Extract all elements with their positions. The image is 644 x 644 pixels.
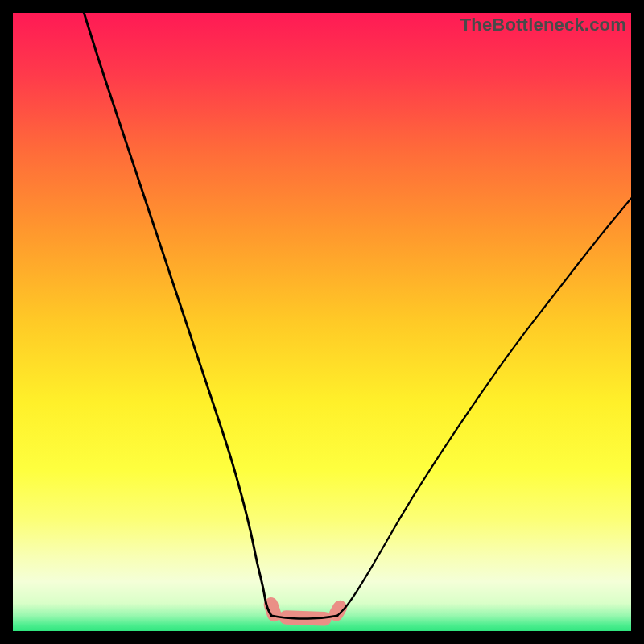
plot-area: TheBottleneck.com: [13, 13, 631, 631]
watermark-text: TheBottleneck.com: [460, 14, 626, 35]
curve-left-branch: [84, 13, 271, 616]
chart-frame: TheBottleneck.com: [0, 0, 644, 644]
curve-right-branch: [337, 198, 631, 615]
salmon-valley-markers: [262, 596, 349, 626]
curve-layer: [13, 13, 631, 631]
